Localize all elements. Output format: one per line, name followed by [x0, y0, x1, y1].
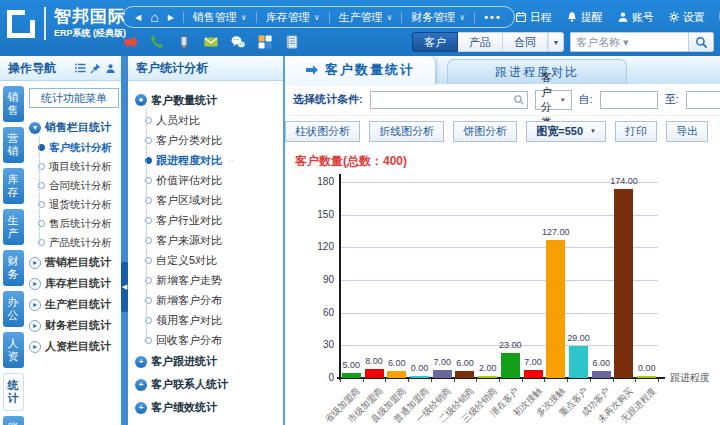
top-bar: 智邦国际 ERP系统 (经典版) ◀⌂▶销售管理∨库存管理∨生产管理∨财务管理∨…: [0, 0, 720, 56]
toolbar-button-饼图分析[interactable]: 饼图分析: [453, 121, 517, 142]
tree-node-人员对比[interactable]: 人员对比: [151, 110, 283, 130]
tree-node-生产栏目统计[interactable]: ▸生产栏目统计: [29, 294, 119, 315]
chart-area: 客户数量(总数：400) 03060901201501805.00省级加盟商8.…: [285, 146, 720, 425]
tab-客户数量统计[interactable]: 客户数量统计: [285, 56, 435, 84]
sidebar-tab-财务[interactable]: 财务: [3, 250, 24, 286]
chart-gridline: [340, 247, 658, 248]
pin-icon[interactable]: [90, 63, 101, 74]
tree-node-财务栏目统计[interactable]: ▸财务栏目统计: [29, 315, 119, 336]
sidebar-tab-营销[interactable]: 营销: [3, 127, 24, 163]
home-icon[interactable]: ⌂: [150, 10, 158, 24]
quick-link-日程[interactable]: 日程: [515, 10, 552, 25]
tree-node-项目统计分析[interactable]: 项目统计分析: [44, 157, 119, 176]
chart-x-tick: [340, 379, 341, 382]
global-search-input[interactable]: [570, 32, 688, 52]
search-scope-more-caret[interactable]: ▼: [548, 32, 564, 52]
statistics-menu-button[interactable]: 统计功能菜单: [29, 88, 119, 108]
nav-menu-销售管理[interactable]: 销售管理∨: [193, 10, 247, 25]
sidebar-tab-生产[interactable]: 生产: [3, 209, 24, 245]
tree-node-客户分类对比[interactable]: 客户分类对比: [151, 130, 283, 150]
wechat-icon[interactable]: [230, 34, 246, 50]
tree-bullet-icon: [38, 239, 45, 246]
tree-node-label: 领用客户对比: [156, 313, 222, 328]
search-scope-合同[interactable]: 合同: [503, 32, 548, 52]
tab-跟进程度对比[interactable]: 跟进程度对比: [447, 59, 627, 84]
panel-collapse-handle[interactable]: ◀: [121, 262, 128, 312]
nav-forward-icon[interactable]: ▶: [168, 13, 174, 22]
chart-gridline: [340, 280, 658, 281]
nav-separator: [183, 12, 184, 23]
quick-link-账号[interactable]: 账号: [617, 10, 654, 25]
sidebar-tab-销售[interactable]: 销售: [3, 86, 24, 122]
tree-node-客户统计分析[interactable]: 客户统计分析: [44, 138, 119, 157]
tree-node-新增客户分布[interactable]: 新增客户分布: [151, 290, 283, 310]
tree-bullet-icon: [145, 337, 152, 344]
toolbar-button-柱状图分析[interactable]: 柱状图分析: [285, 121, 360, 142]
quick-link-提醒[interactable]: 提醒: [566, 10, 603, 25]
global-search-button[interactable]: [688, 32, 714, 52]
toolbar-button-图宽=550[interactable]: 图宽=550▼: [526, 121, 606, 142]
tree-node-客户跟进统计[interactable]: +客户跟进统计: [135, 350, 283, 373]
toolbar-button-折线图分析[interactable]: 折线图分析: [369, 121, 444, 142]
tab-arrow-icon: [305, 64, 319, 76]
nav-menu-生产管理[interactable]: 生产管理∨: [339, 10, 393, 25]
tree-node-自定义5对比[interactable]: 自定义5对比: [151, 250, 283, 270]
quick-links: 日程提醒账号设置界面退出: [515, 10, 720, 25]
operations-sidebar: 操作导航 销售营销库存生产财务办公人资统计账号 统计功能菜单 ▾销售栏目统计客户…: [0, 56, 121, 425]
mail-icon[interactable]: [203, 34, 219, 50]
chart-bar: [365, 369, 384, 378]
tree-node-人资栏目统计[interactable]: ▸人资栏目统计: [29, 336, 119, 357]
top-row-tools: 客户产品合同 ▼: [122, 30, 720, 54]
chevron-down-icon: ∨: [314, 13, 320, 22]
nav-menu-财务管理[interactable]: 财务管理∨: [411, 10, 465, 25]
tree-node-客户数量统计[interactable]: ●客户数量统计: [135, 90, 283, 110]
apps-icon[interactable]: [257, 34, 273, 50]
tree-node-价值评估对比[interactable]: 价值评估对比: [151, 170, 283, 190]
nav-separator: [329, 12, 330, 23]
brand-subtitle: ERP系统 (经典版): [54, 27, 126, 40]
nav-back-icon[interactable]: ◀: [135, 13, 141, 22]
tree-node-跟进程度对比[interactable]: 跟进程度对比⇔: [151, 150, 283, 170]
mobile-icon[interactable]: [176, 34, 192, 50]
tree-node-库存栏目统计[interactable]: ▸库存栏目统计: [29, 273, 119, 294]
from-input[interactable]: [600, 91, 658, 109]
person-icon[interactable]: [105, 63, 116, 74]
tree-node-销售栏目统计[interactable]: ▾销售栏目统计: [29, 117, 119, 138]
tree-node-产品统计分析[interactable]: 产品统计分析: [44, 233, 119, 252]
tree-node-客户来源对比[interactable]: 客户来源对比: [151, 230, 283, 250]
sidebar-tab-账号[interactable]: 账号: [3, 416, 24, 425]
sidebar-tab-办公[interactable]: 办公: [3, 291, 24, 327]
tree-node-客户联系人统计[interactable]: +客户联系人统计: [135, 373, 283, 396]
tree-node-客户区域对比[interactable]: 客户区域对比: [151, 190, 283, 210]
nav-menu-库存管理[interactable]: 库存管理∨: [266, 10, 320, 25]
tree-children: 人员对比客户分类对比跟进程度对比⇔价值评估对比客户区域对比客户行业对比客户来源对…: [141, 110, 283, 350]
user-icon: [617, 11, 629, 23]
toolbar-button-打印[interactable]: 打印: [615, 121, 657, 142]
nav-menu-label: 财务管理: [411, 10, 455, 25]
sidebar-tab-库存[interactable]: 库存: [3, 168, 24, 204]
category-select[interactable]: 客户分类 ▼: [535, 90, 572, 110]
tree-node-领用客户对比[interactable]: 领用客户对比: [151, 310, 283, 330]
tree-node-新增客户走势[interactable]: 新增客户走势: [151, 270, 283, 290]
search-scope-产品[interactable]: 产品: [458, 32, 503, 52]
tree-node-合同统计分析[interactable]: 合同统计分析: [44, 176, 119, 195]
quick-link-设置[interactable]: 设置: [668, 10, 705, 25]
tree-node-回收客户分布[interactable]: 回收客户分布: [151, 330, 283, 350]
sidebar-tab-人资[interactable]: 人资: [3, 332, 24, 368]
tree-bullet-icon: [38, 220, 45, 227]
tree-bullet-icon: [38, 144, 45, 151]
tree-node-退货统计分析[interactable]: 退货统计分析: [44, 195, 119, 214]
tree-node-售后统计分析[interactable]: 售后统计分析: [44, 214, 119, 233]
notebook-icon[interactable]: [284, 34, 300, 50]
tree-node-客户行业对比[interactable]: 客户行业对比: [151, 210, 283, 230]
nav-more-button[interactable]: •••: [484, 11, 502, 23]
list-icon[interactable]: [75, 63, 86, 73]
toolbar-button-导出[interactable]: 导出: [666, 121, 708, 142]
phone-icon[interactable]: [149, 34, 165, 50]
tree-node-营销栏目统计[interactable]: ▸营销栏目统计: [29, 252, 119, 273]
search-scope-客户[interactable]: 客户: [412, 32, 458, 52]
sidebar-tab-统计[interactable]: 统计: [3, 373, 24, 411]
tree-node-客户绩效统计[interactable]: +客户绩效统计: [135, 396, 283, 419]
filter-search-input[interactable]: [370, 91, 528, 109]
to-input[interactable]: [686, 91, 720, 109]
